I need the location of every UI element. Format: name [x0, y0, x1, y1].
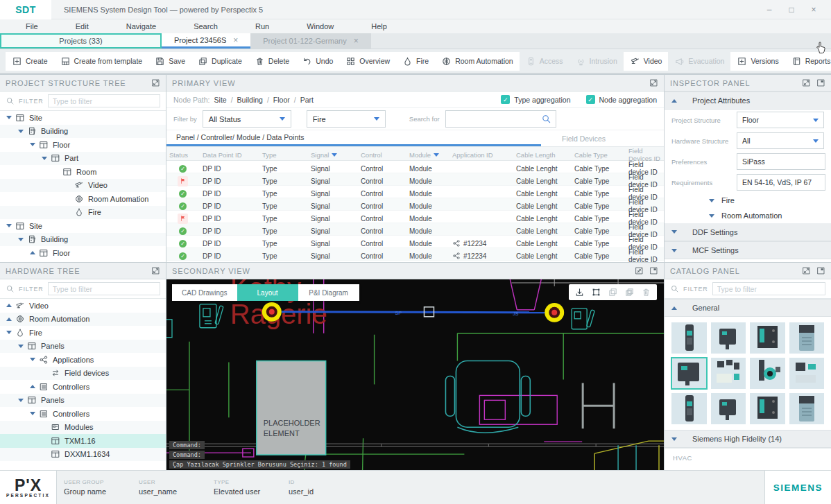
tree-item-room[interactable]: Room [0, 165, 166, 179]
project-tab-0[interactable]: Projects (33) [0, 33, 162, 49]
section-mcf-settings[interactable]: MCF Settings [665, 241, 831, 259]
detector-symbol[interactable] [262, 302, 282, 322]
chevron-down-icon[interactable] [18, 399, 24, 402]
expand-icon[interactable] [151, 266, 160, 275]
table-row[interactable]: ✓DP IDTypeSignalControlModuleCable Lengh… [166, 161, 664, 173]
catalog-item-0[interactable] [671, 322, 707, 354]
toolbar-duplicate-button[interactable]: Duplicate [191, 52, 248, 71]
node-path-site[interactable]: Site [214, 96, 227, 104]
dock-icon[interactable] [649, 266, 658, 275]
node-path-building[interactable]: Building [237, 96, 263, 104]
search-input[interactable] [450, 115, 533, 123]
chevron-down-icon[interactable] [18, 238, 24, 241]
node-path-floor[interactable]: Floor [273, 96, 290, 104]
tree-item-panels[interactable]: Panels [0, 394, 166, 408]
toolbar-create-button[interactable]: Create [6, 52, 54, 71]
preferences-field[interactable] [737, 153, 825, 170]
chevron-down-icon[interactable] [30, 143, 35, 146]
subsection-room-automation[interactable]: Room Automation [665, 208, 831, 223]
catalog-filter-input[interactable] [712, 282, 825, 295]
tree-item-controllers[interactable]: Controllers [0, 380, 166, 394]
catalog-item-1[interactable] [711, 322, 746, 354]
toolbar-video-button[interactable]: Video [624, 52, 669, 71]
view-tab-p-i-diagram[interactable]: P&I Diagram [298, 284, 359, 301]
chevron-down-icon[interactable] [30, 358, 35, 361]
chevron-down-icon[interactable] [42, 157, 47, 160]
project-structure-dropdown[interactable]: Floor [737, 112, 824, 128]
column-header-signal[interactable]: Signal [308, 151, 358, 159]
catalog-item-4[interactable] [671, 358, 707, 389]
expand-icon[interactable] [151, 78, 160, 87]
view-tab-layout[interactable]: Layout [237, 284, 298, 301]
discipline-filter-dropdown[interactable]: Fire [307, 110, 386, 128]
catalog-item-6[interactable] [750, 358, 785, 389]
toolbar-room-automation-button[interactable]: Room Automation [435, 52, 519, 71]
section-hvac[interactable]: HVAC [665, 448, 831, 467]
project-tab-1[interactable]: Project 23456S× [162, 33, 250, 49]
toolbar-save-button[interactable]: Save [148, 52, 191, 71]
frame-icon[interactable] [591, 287, 601, 297]
close-icon[interactable]: × [354, 36, 359, 46]
menu-window[interactable]: Window [288, 22, 352, 31]
dock-icon[interactable] [816, 78, 825, 87]
chevron-down-icon[interactable] [18, 345, 24, 348]
catalog-item-2[interactable] [750, 322, 785, 354]
node-path-part[interactable]: Part [300, 96, 314, 104]
column-header-module[interactable]: Module [406, 151, 449, 159]
primary-tab-1[interactable]: Field Devices [541, 130, 615, 146]
catalog-item-9[interactable] [711, 393, 746, 424]
download-icon[interactable] [574, 287, 585, 297]
tree-item-site[interactable]: Site [0, 219, 166, 233]
tree-item-video[interactable]: Video [0, 299, 166, 313]
tree-item-room-automation[interactable]: Room Automation [0, 192, 166, 206]
menu-navigate[interactable]: Navigate [108, 22, 175, 31]
tree-item-field-devices[interactable]: Field devices [0, 367, 166, 381]
menu-edit[interactable]: Edit [57, 22, 108, 31]
menu-search[interactable]: Search [175, 22, 237, 31]
chevron-down-icon[interactable] [6, 116, 12, 119]
maximize-button[interactable]: □ [784, 5, 799, 15]
detector-symbol[interactable] [545, 303, 564, 322]
table-row[interactable]: DP IDTypeSignalControlModuleCable Lenght… [166, 211, 664, 223]
tree-item-applications[interactable]: Applications [0, 353, 166, 367]
chevron-up-icon[interactable] [6, 318, 12, 321]
minimize-button[interactable]: – [762, 5, 777, 15]
requirements-field[interactable] [737, 174, 825, 191]
table-row[interactable]: ✓DP IDTypeSignalControlModuleCable Lengh… [166, 198, 664, 211]
tree-item-fire[interactable]: Fire [0, 206, 166, 220]
tree-item-site[interactable]: Site [0, 111, 166, 125]
close-icon[interactable]: × [233, 35, 238, 45]
expand-icon[interactable] [802, 266, 811, 275]
catalog-item-11[interactable] [789, 393, 825, 424]
tree-item-building[interactable]: Building [0, 125, 166, 139]
tree-item-video[interactable]: Video [0, 179, 166, 193]
node-aggregation-checkbox[interactable]: ✓ [586, 95, 595, 104]
toolbar-overview-button[interactable]: Overview [339, 52, 396, 71]
tree-item-controllers[interactable]: Controllers [0, 407, 166, 421]
hardware-structure-dropdown[interactable]: All [737, 132, 824, 149]
tree-item-fire[interactable]: Fire [0, 326, 166, 340]
section-ddf-settings[interactable]: DDF Settings [665, 223, 831, 241]
view-tab-cad-drawings[interactable]: CAD Drawings [172, 284, 237, 301]
type-aggregation-checkbox[interactable]: ✓ [501, 95, 510, 104]
hardware-tree-filter-input[interactable] [48, 282, 160, 295]
menu-help[interactable]: Help [352, 22, 406, 31]
catalog-item-8[interactable] [671, 393, 707, 424]
menu-run[interactable]: Run [237, 22, 288, 31]
table-row[interactable]: DP IDTypeSignalControlModuleCable Lenght… [166, 173, 664, 186]
toolbar-reports-button[interactable]: Reports [785, 52, 831, 71]
subsection-fire[interactable]: Fire [665, 193, 831, 208]
menu-file[interactable]: File [7, 22, 57, 31]
section-general[interactable]: General [665, 299, 831, 317]
table-row[interactable]: ✓DP IDTypeSignalControlModuleCable Lengh… [166, 186, 664, 198]
primary-tab-0[interactable]: Panel / Controller/ Module / Data Points [166, 130, 541, 146]
section-project-attributes[interactable]: Project Attributes [665, 92, 831, 110]
table-row[interactable]: ✓DP IDTypeSignalControlModule#12234Cable… [166, 236, 664, 248]
table-row[interactable]: ✓DP IDTypeSignalControlModuleCable Lengh… [166, 223, 664, 236]
tree-item-txm1-16[interactable]: TXM1.16 [0, 434, 166, 448]
expand-icon[interactable] [802, 78, 811, 87]
tree-item-room-automation[interactable]: Room Automation [0, 313, 166, 327]
tree-item-building[interactable]: Building [0, 233, 166, 247]
dock-icon[interactable] [816, 266, 825, 275]
toolbar-undo-button[interactable]: Undo [295, 52, 339, 71]
